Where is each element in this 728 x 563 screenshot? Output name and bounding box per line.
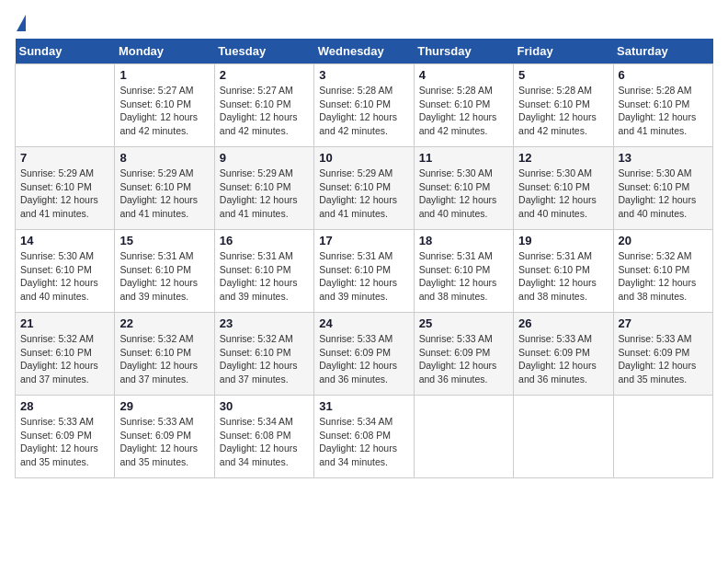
calendar-cell: 30Sunrise: 5:34 AMSunset: 6:08 PMDayligh… (214, 396, 313, 478)
calendar-week-row: 1Sunrise: 5:27 AMSunset: 6:10 PMDaylight… (16, 64, 713, 147)
day-number: 21 (20, 316, 109, 330)
day-info: Sunrise: 5:29 AMSunset: 6:10 PMDaylight:… (20, 167, 109, 221)
calendar-cell: 25Sunrise: 5:33 AMSunset: 6:09 PMDayligh… (414, 313, 513, 396)
day-number: 13 (619, 151, 708, 165)
logo-icon (17, 15, 26, 31)
day-number: 17 (319, 234, 408, 247)
calendar-cell: 20Sunrise: 5:32 AMSunset: 6:10 PMDayligh… (613, 230, 712, 313)
calendar-cell: 17Sunrise: 5:31 AMSunset: 6:10 PMDayligh… (314, 230, 414, 313)
calendar-cell: 8Sunrise: 5:29 AMSunset: 6:10 PMDaylight… (115, 147, 214, 230)
day-number: 15 (119, 234, 209, 247)
day-info: Sunrise: 5:30 AMSunset: 6:10 PMDaylight:… (20, 249, 109, 304)
weekday-header-cell: Thursday (414, 39, 513, 64)
calendar-cell: 7Sunrise: 5:29 AMSunset: 6:10 PMDaylight… (16, 147, 115, 230)
calendar-cell: 26Sunrise: 5:33 AMSunset: 6:09 PMDayligh… (514, 313, 613, 396)
day-info: Sunrise: 5:32 AMSunset: 6:10 PMDaylight:… (20, 332, 109, 386)
day-number: 28 (20, 399, 109, 413)
calendar-cell: 14Sunrise: 5:30 AMSunset: 6:10 PMDayligh… (16, 230, 115, 313)
day-info: Sunrise: 5:34 AMSunset: 6:08 PMDaylight:… (319, 415, 408, 469)
calendar-cell: 27Sunrise: 5:33 AMSunset: 6:09 PMDayligh… (613, 313, 712, 396)
calendar-week-row: 14Sunrise: 5:30 AMSunset: 6:10 PMDayligh… (16, 230, 713, 313)
calendar-cell: 3Sunrise: 5:28 AMSunset: 6:10 PMDaylight… (314, 64, 414, 147)
day-info: Sunrise: 5:30 AMSunset: 6:10 PMDaylight:… (619, 167, 708, 221)
day-number: 18 (419, 234, 508, 247)
calendar-week-row: 21Sunrise: 5:32 AMSunset: 6:10 PMDayligh… (16, 313, 713, 396)
day-info: Sunrise: 5:32 AMSunset: 6:10 PMDaylight:… (119, 332, 209, 386)
day-info: Sunrise: 5:28 AMSunset: 6:10 PMDaylight:… (619, 84, 708, 138)
calendar-cell: 10Sunrise: 5:29 AMSunset: 6:10 PMDayligh… (314, 147, 414, 230)
calendar-cell: 24Sunrise: 5:33 AMSunset: 6:09 PMDayligh… (314, 313, 414, 396)
day-info: Sunrise: 5:33 AMSunset: 6:09 PMDaylight:… (518, 332, 608, 386)
calendar-cell: 31Sunrise: 5:34 AMSunset: 6:08 PMDayligh… (314, 396, 414, 478)
weekday-header-cell: Wednesday (314, 39, 414, 64)
day-info: Sunrise: 5:28 AMSunset: 6:10 PMDaylight:… (518, 84, 608, 138)
day-info: Sunrise: 5:29 AMSunset: 6:10 PMDaylight:… (319, 167, 408, 221)
calendar-cell: 9Sunrise: 5:29 AMSunset: 6:10 PMDaylight… (214, 147, 313, 230)
day-info: Sunrise: 5:31 AMSunset: 6:10 PMDaylight:… (419, 249, 508, 304)
day-info: Sunrise: 5:27 AMSunset: 6:10 PMDaylight:… (119, 84, 209, 138)
calendar-cell (613, 396, 712, 478)
day-number: 25 (419, 316, 508, 330)
day-number: 24 (319, 316, 408, 330)
day-info: Sunrise: 5:33 AMSunset: 6:09 PMDaylight:… (119, 415, 209, 469)
calendar-cell: 13Sunrise: 5:30 AMSunset: 6:10 PMDayligh… (613, 147, 712, 230)
logo (15, 15, 26, 31)
day-info: Sunrise: 5:31 AMSunset: 6:10 PMDaylight:… (220, 249, 309, 304)
day-info: Sunrise: 5:34 AMSunset: 6:08 PMDaylight:… (220, 415, 309, 469)
day-info: Sunrise: 5:33 AMSunset: 6:09 PMDaylight:… (619, 332, 708, 386)
calendar-cell: 19Sunrise: 5:31 AMSunset: 6:10 PMDayligh… (514, 230, 613, 313)
calendar-cell: 16Sunrise: 5:31 AMSunset: 6:10 PMDayligh… (214, 230, 313, 313)
day-number: 29 (119, 399, 209, 413)
day-number: 3 (319, 68, 408, 82)
day-number: 22 (119, 316, 209, 330)
day-number: 19 (518, 234, 608, 247)
day-number: 31 (319, 399, 408, 413)
calendar-cell (16, 64, 115, 147)
day-info: Sunrise: 5:32 AMSunset: 6:10 PMDaylight:… (619, 249, 708, 304)
day-info: Sunrise: 5:28 AMSunset: 6:10 PMDaylight:… (419, 84, 508, 138)
calendar-week-row: 28Sunrise: 5:33 AMSunset: 6:09 PMDayligh… (16, 396, 713, 478)
day-number: 16 (220, 234, 309, 247)
calendar-cell: 22Sunrise: 5:32 AMSunset: 6:10 PMDayligh… (115, 313, 214, 396)
weekday-header-cell: Monday (115, 39, 214, 64)
weekday-header-cell: Saturday (613, 39, 712, 64)
weekday-header-cell: Friday (514, 39, 613, 64)
day-number: 10 (319, 151, 408, 165)
day-info: Sunrise: 5:30 AMSunset: 6:10 PMDaylight:… (518, 167, 608, 221)
day-info: Sunrise: 5:32 AMSunset: 6:10 PMDaylight:… (220, 332, 309, 386)
day-number: 8 (119, 151, 209, 165)
calendar-cell: 12Sunrise: 5:30 AMSunset: 6:10 PMDayligh… (514, 147, 613, 230)
day-info: Sunrise: 5:33 AMSunset: 6:09 PMDaylight:… (419, 332, 508, 386)
weekday-header-cell: Sunday (16, 39, 115, 64)
calendar-table: SundayMondayTuesdayWednesdayThursdayFrid… (15, 39, 713, 478)
calendar-cell (514, 396, 613, 478)
day-info: Sunrise: 5:33 AMSunset: 6:09 PMDaylight:… (20, 415, 109, 469)
calendar-cell: 6Sunrise: 5:28 AMSunset: 6:10 PMDaylight… (613, 64, 712, 147)
day-number: 1 (119, 68, 209, 82)
day-number: 6 (619, 68, 708, 82)
day-info: Sunrise: 5:27 AMSunset: 6:10 PMDaylight:… (220, 84, 309, 138)
calendar-cell: 28Sunrise: 5:33 AMSunset: 6:09 PMDayligh… (16, 396, 115, 478)
day-number: 2 (220, 68, 309, 82)
day-number: 5 (518, 68, 608, 82)
calendar-cell: 2Sunrise: 5:27 AMSunset: 6:10 PMDaylight… (214, 64, 313, 147)
calendar-cell: 23Sunrise: 5:32 AMSunset: 6:10 PMDayligh… (214, 313, 313, 396)
day-number: 7 (20, 151, 109, 165)
day-info: Sunrise: 5:29 AMSunset: 6:10 PMDaylight:… (220, 167, 309, 221)
day-number: 26 (518, 316, 608, 330)
day-number: 14 (20, 234, 109, 247)
day-number: 4 (419, 68, 508, 82)
day-number: 9 (220, 151, 309, 165)
calendar-cell: 1Sunrise: 5:27 AMSunset: 6:10 PMDaylight… (115, 64, 214, 147)
day-number: 30 (220, 399, 309, 413)
day-number: 23 (220, 316, 309, 330)
calendar-cell: 29Sunrise: 5:33 AMSunset: 6:09 PMDayligh… (115, 396, 214, 478)
weekday-header-row: SundayMondayTuesdayWednesdayThursdayFrid… (16, 39, 713, 64)
day-number: 12 (518, 151, 608, 165)
calendar-cell: 4Sunrise: 5:28 AMSunset: 6:10 PMDaylight… (414, 64, 513, 147)
calendar-week-row: 7Sunrise: 5:29 AMSunset: 6:10 PMDaylight… (16, 147, 713, 230)
calendar-cell: 21Sunrise: 5:32 AMSunset: 6:10 PMDayligh… (16, 313, 115, 396)
calendar-cell: 11Sunrise: 5:30 AMSunset: 6:10 PMDayligh… (414, 147, 513, 230)
day-number: 11 (419, 151, 508, 165)
day-info: Sunrise: 5:29 AMSunset: 6:10 PMDaylight:… (119, 167, 209, 221)
